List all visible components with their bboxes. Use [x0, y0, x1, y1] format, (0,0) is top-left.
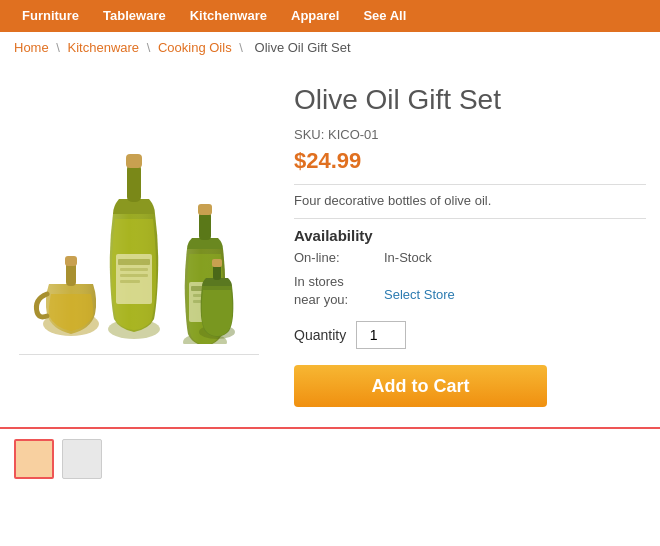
- svg-rect-13: [198, 204, 212, 215]
- nav-kitchenware[interactable]: Kitchenware: [178, 0, 279, 32]
- breadcrumb-current: Olive Oil Gift Set: [255, 40, 351, 55]
- quantity-input[interactable]: [356, 321, 406, 349]
- availability-title: Availability: [294, 227, 646, 244]
- breadcrumb-cooking-oils[interactable]: Cooking Oils: [158, 40, 232, 55]
- top-navigation: Furniture Tableware Kitchenware Apparel …: [0, 0, 660, 32]
- thumbnail-2[interactable]: [62, 439, 102, 479]
- product-description: Four decorative bottles of olive oil.: [294, 193, 646, 208]
- thumbnail-area: [0, 427, 660, 489]
- nav-tableware[interactable]: Tableware: [91, 0, 178, 32]
- svg-rect-7: [118, 259, 150, 265]
- product-details: Olive Oil Gift Set SKU: KICO-01 $24.99 F…: [284, 83, 646, 407]
- product-price: $24.99: [294, 148, 646, 174]
- online-availability-row: On-line: In-Stock: [294, 250, 646, 265]
- add-to-cart-button[interactable]: Add to Cart: [294, 365, 547, 407]
- stores-label: In stores near you:: [294, 273, 384, 309]
- svg-rect-8: [120, 268, 148, 271]
- breadcrumb: Home \ Kitchenware \ Cooking Oils \ Oliv…: [0, 32, 660, 63]
- quantity-label: Quantity: [294, 327, 346, 343]
- breadcrumb-separator-3: \: [239, 40, 246, 55]
- quantity-row: Quantity: [294, 321, 646, 349]
- product-image: [29, 134, 249, 344]
- product-sku: SKU: KICO-01: [294, 127, 646, 142]
- thumbnail-1-selected[interactable]: [14, 439, 54, 479]
- sku-label: SKU:: [294, 127, 324, 142]
- select-store-link[interactable]: Select Store: [384, 287, 455, 302]
- sku-value: KICO-01: [328, 127, 379, 142]
- svg-rect-10: [120, 280, 140, 283]
- stores-row: In stores near you: Select Store: [294, 273, 646, 309]
- svg-rect-9: [120, 274, 148, 277]
- product-area: Olive Oil Gift Set SKU: KICO-01 $24.99 F…: [0, 63, 660, 427]
- divider-2: [294, 218, 646, 219]
- breadcrumb-separator-2: \: [147, 40, 154, 55]
- product-image-box: [19, 125, 259, 355]
- online-label: On-line:: [294, 250, 384, 265]
- svg-rect-20: [212, 259, 222, 267]
- breadcrumb-separator-1: \: [56, 40, 63, 55]
- product-title: Olive Oil Gift Set: [294, 83, 646, 117]
- availability-section: Availability On-line: In-Stock In stores…: [294, 227, 646, 309]
- nav-apparel[interactable]: Apparel: [279, 0, 351, 32]
- svg-rect-2: [65, 256, 77, 266]
- svg-rect-5: [126, 154, 142, 168]
- product-image-column: [14, 83, 264, 407]
- breadcrumb-home[interactable]: Home: [14, 40, 49, 55]
- svg-rect-4: [127, 164, 141, 202]
- svg-rect-12: [199, 212, 211, 240]
- breadcrumb-kitchenware[interactable]: Kitchenware: [68, 40, 140, 55]
- divider-1: [294, 184, 646, 185]
- nav-see-all[interactable]: See All: [351, 0, 418, 32]
- online-value: In-Stock: [384, 250, 432, 265]
- nav-furniture[interactable]: Furniture: [10, 0, 91, 32]
